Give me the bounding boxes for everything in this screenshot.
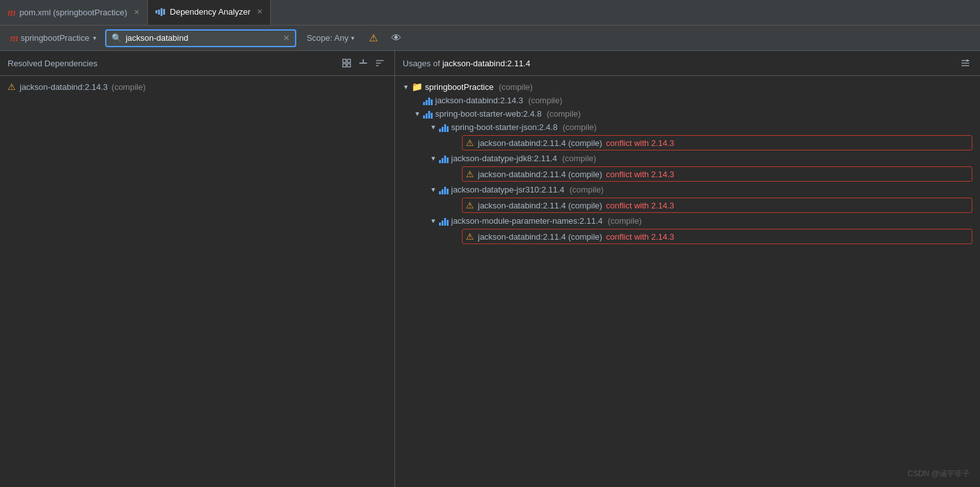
node-scope-7: (compile) (570, 185, 603, 194)
node-scope-3: (compile) (563, 122, 596, 132)
conflict-warning-icon-3: ⚠ (466, 200, 474, 210)
chevron-down-icon-7 (430, 186, 436, 193)
search-input[interactable] (126, 33, 279, 43)
left-panel-header: Resolved Dependencies (0, 51, 394, 76)
right-panel: Usages of jackson-databind:2.11.4 📁 (395, 51, 980, 487)
dep-analyzer-icon (155, 8, 165, 16)
warning-filter-button[interactable]: ⚠ (364, 29, 382, 47)
node-scope-1: (compile) (528, 96, 562, 105)
tree-node-2[interactable]: spring-boot-starter-web:2.4.8 (compile) (395, 107, 980, 120)
node-scope-5: (compile) (562, 154, 596, 163)
eye-icon: 👁 (391, 33, 401, 44)
bar-chart-icon-5 (439, 154, 449, 163)
tree-node-9[interactable]: jackson-module-parameter-names:2.11.4 (c… (395, 214, 980, 228)
view-options-button[interactable]: 👁 (387, 29, 405, 47)
main-content: Resolved Dependencies (0, 51, 980, 487)
node-scope-9: (compile) (608, 216, 642, 226)
chevron-down-icon-2 (414, 110, 421, 117)
chevron-down-icon-3 (430, 124, 436, 131)
sort-icon (375, 58, 385, 68)
search-clear-icon[interactable]: ✕ (283, 33, 290, 43)
collapse-all-button[interactable] (356, 56, 370, 70)
sort-button[interactable] (373, 56, 387, 70)
chevron-down-icon (403, 84, 409, 91)
bar-chart-icon-9 (439, 217, 449, 226)
conflict-warning-icon-4: ⚠ (466, 231, 474, 242)
expand-all-icon (342, 58, 352, 68)
bar-chart-icon-2 (423, 110, 433, 119)
conflict-row-4[interactable]: ⚠ jackson-databind:2.11.4 (compile) conf… (462, 229, 972, 244)
project-maven-icon: m (10, 33, 18, 43)
right-expand-button[interactable] (958, 56, 972, 70)
right-tree: 📁 springbootPractice (compile) jackson-d… (395, 76, 980, 487)
svg-rect-3 (347, 64, 350, 67)
conflict-keyword-4: conflict with 2.14.3 (606, 232, 674, 242)
node-name-root: springbootPractice (425, 82, 494, 92)
tab-dep-label: Dependency Analyzer (170, 7, 250, 17)
warning-icon: ⚠ (369, 32, 378, 44)
tab-bar: m pom.xml (springbootPractice) ✕ Depende… (0, 0, 980, 25)
conflict-keyword-1: conflict with 2.14.3 (606, 138, 674, 148)
collapse-icon (358, 58, 368, 68)
bar-chart-icon-1 (423, 96, 433, 105)
tab-pom-label: pom.xml (springbootPractice) (19, 8, 127, 17)
conflict-dep-name-4: jackson-databind:2.11.4 (compile) (478, 232, 602, 242)
conflict-row-2[interactable]: ⚠ jackson-databind:2.11.4 (compile) conf… (462, 166, 972, 182)
svg-rect-2 (343, 64, 346, 67)
warning-badge-icon: ⚠ (8, 82, 16, 92)
conflict-dep-name-2: jackson-databind:2.11.4 (compile) (478, 170, 602, 179)
left-tree-item-0[interactable]: ⚠ jackson-databind:2.14.3 (compile) (0, 80, 394, 94)
tree-node-7[interactable]: jackson-datatype-jsr310:2.11.4 (compile) (395, 183, 980, 196)
svg-rect-1 (347, 59, 350, 62)
bar-chart-icon-7 (439, 185, 449, 194)
project-name: springbootPractice (20, 33, 89, 43)
conflict-row-3[interactable]: ⚠ jackson-databind:2.11.4 (compile) conf… (462, 198, 972, 213)
tab-pom-close[interactable]: ✕ (134, 8, 140, 17)
tab-pom[interactable]: m pom.xml (springbootPractice) ✕ (0, 0, 148, 25)
tree-node-5[interactable]: jackson-datatype-jdk8:2.11.4 (compile) (395, 152, 980, 165)
folder-icon: 📁 (412, 82, 422, 92)
conflict-keyword-2: conflict with 2.14.3 (606, 170, 674, 179)
conflict-dep-name-3: jackson-databind:2.11.4 (compile) (478, 201, 602, 210)
maven-icon: m (8, 8, 15, 18)
toolbar: m springbootPractice ▾ 🔍 ✕ Scope: Any ▾ … (0, 25, 980, 51)
tree-node-1[interactable]: jackson-databind:2.14.3 (compile) (395, 94, 980, 107)
tree-node-3[interactable]: spring-boot-starter-json:2.4.8 (compile) (395, 120, 980, 134)
node-name-2: spring-boot-starter-web:2.4.8 (435, 109, 542, 119)
search-box[interactable]: 🔍 ✕ (105, 29, 296, 47)
right-panel-title: Usages of jackson-databind:2.11.4 (403, 59, 530, 68)
node-name-1: jackson-databind:2.14.3 (435, 96, 523, 105)
left-panel: Resolved Dependencies (0, 51, 395, 487)
chevron-down-icon-5 (430, 155, 436, 162)
conflict-warning-icon-2: ⚠ (466, 169, 474, 179)
conflict-row-1[interactable]: ⚠ jackson-databind:2.11.4 (compile) conf… (462, 135, 972, 150)
right-panel-tools (958, 56, 972, 70)
right-panel-header: Usages of jackson-databind:2.11.4 (395, 51, 980, 76)
chevron-down-icon-9 (430, 217, 436, 224)
node-name-7: jackson-datatype-jsr310:2.11.4 (451, 185, 565, 194)
expand-all-button[interactable] (340, 56, 354, 70)
project-selector[interactable]: m springbootPractice ▾ (6, 29, 100, 47)
svg-rect-0 (343, 59, 346, 62)
project-chevron-icon: ▾ (93, 34, 96, 41)
node-scope-root: (compile) (499, 82, 533, 92)
dep-item-scope: (compile) (112, 82, 145, 92)
left-panel-tools (340, 56, 387, 70)
node-name-9: jackson-module-parameter-names:2.11.4 (451, 216, 603, 226)
node-name-3: spring-boot-starter-json:2.4.8 (451, 122, 558, 132)
right-title-prefix: Usages of (403, 59, 442, 68)
bar-chart-icon-3 (439, 123, 449, 132)
conflict-keyword-3: conflict with 2.14.3 (606, 201, 674, 210)
tab-dep-analyzer[interactable]: Dependency Analyzer ✕ (148, 0, 271, 25)
node-scope-2: (compile) (547, 109, 580, 119)
left-tree: ⚠ jackson-databind:2.14.3 (compile) (0, 76, 394, 487)
conflict-warning-icon-1: ⚠ (466, 138, 474, 148)
tree-node-root[interactable]: 📁 springbootPractice (compile) (395, 80, 980, 94)
scope-selector[interactable]: Scope: Any ▾ (301, 33, 359, 43)
conflict-dep-name-1: jackson-databind:2.11.4 (compile) (478, 138, 602, 148)
search-icon: 🔍 (112, 33, 122, 43)
left-panel-title: Resolved Dependencies (8, 59, 97, 68)
right-expand-icon (960, 58, 970, 68)
scope-label: Scope: Any (306, 33, 349, 43)
tab-dep-close[interactable]: ✕ (257, 8, 263, 16)
